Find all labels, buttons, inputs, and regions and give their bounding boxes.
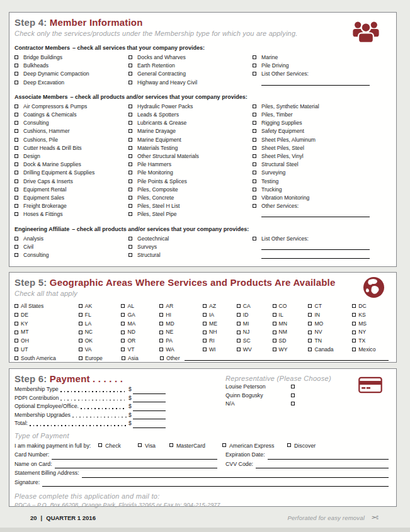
- checkbox-icon[interactable]: [128, 212, 132, 216]
- checkbox-icon[interactable]: [291, 393, 295, 397]
- checkbox-item[interactable]: Sheet Piles, Vinyl: [253, 152, 389, 161]
- state-checkbox-item[interactable]: South America: [14, 354, 79, 363]
- checkbox-item[interactable]: Structural: [128, 251, 253, 259]
- checkbox-item[interactable]: Pile Monitoring: [128, 169, 253, 177]
- checkbox-item[interactable]: Bridge Buildings: [14, 54, 128, 62]
- checkbox-item[interactable]: Analysis: [14, 235, 128, 243]
- checkbox-icon[interactable]: [253, 162, 256, 166]
- checkbox-icon[interactable]: [159, 304, 163, 308]
- checkbox-item[interactable]: Marine Drayage: [128, 127, 253, 135]
- checkbox-icon[interactable]: [14, 356, 18, 360]
- state-checkbox-item[interactable]: NJ: [237, 328, 273, 337]
- checkbox-icon[interactable]: [203, 339, 207, 342]
- state-checkbox-item[interactable]: CO: [273, 302, 309, 311]
- checkbox-icon[interactable]: [14, 237, 18, 241]
- checkbox-item[interactable]: Pile Hammers: [128, 161, 253, 169]
- checkbox-icon[interactable]: [14, 129, 18, 133]
- card-number-line[interactable]: [52, 453, 217, 460]
- checkbox-icon[interactable]: [352, 313, 356, 317]
- checkbox-item[interactable]: Cutter Heads & Drill Bits: [14, 144, 128, 152]
- state-checkbox-item[interactable]: DC: [352, 302, 389, 311]
- checkbox-icon[interactable]: [273, 313, 276, 317]
- checkbox-item[interactable]: List Other Services:: [253, 70, 389, 78]
- checkbox-item[interactable]: Piles, Concrete: [128, 194, 253, 202]
- checkbox-icon[interactable]: [203, 304, 207, 308]
- payment-method-option[interactable]: Visa: [138, 441, 169, 450]
- state-checkbox-item[interactable]: DE: [14, 311, 79, 320]
- checkbox-icon[interactable]: [273, 304, 276, 308]
- checkbox-item[interactable]: Pile Driving: [253, 62, 389, 70]
- checkbox-icon[interactable]: [128, 188, 132, 191]
- state-checkbox-item[interactable]: WY: [273, 346, 309, 354]
- representative-option[interactable]: Louise Peterson: [225, 383, 331, 392]
- checkbox-item[interactable]: Drilling Equipment & Supplies: [14, 169, 128, 177]
- checkbox-icon[interactable]: [308, 304, 312, 308]
- amount-line[interactable]: [133, 422, 166, 428]
- checkbox-icon[interactable]: [273, 348, 276, 351]
- expiration-date-line[interactable]: [268, 453, 389, 460]
- checkbox-icon[interactable]: [273, 322, 276, 325]
- state-checkbox-item[interactable]: MN: [273, 320, 309, 329]
- checkbox-icon[interactable]: [273, 339, 276, 342]
- name-on-card-line[interactable]: [55, 461, 217, 468]
- checkbox-icon[interactable]: [203, 348, 207, 351]
- state-checkbox-item[interactable]: NY: [352, 328, 389, 337]
- checkbox-icon[interactable]: [253, 138, 256, 142]
- checkbox-icon[interactable]: [14, 162, 18, 166]
- state-checkbox-item[interactable]: KS: [352, 311, 389, 320]
- state-checkbox-item[interactable]: PA: [159, 337, 203, 346]
- checkbox-icon[interactable]: [237, 304, 241, 308]
- checkbox-icon[interactable]: [253, 113, 256, 116]
- checkbox-item[interactable]: Hoses & Fittings: [14, 210, 128, 218]
- amount-line[interactable]: [133, 388, 166, 394]
- state-checkbox-item[interactable]: Mexico: [352, 346, 389, 354]
- checkbox-icon[interactable]: [253, 55, 256, 59]
- checkbox-item[interactable]: Drive Caps & Inserts: [14, 178, 128, 186]
- checkbox-icon[interactable]: [253, 129, 256, 133]
- checkbox-icon[interactable]: [79, 348, 83, 351]
- checkbox-icon[interactable]: [237, 331, 241, 334]
- state-checkbox-item[interactable]: OK: [79, 337, 122, 346]
- state-checkbox-item[interactable]: WI: [203, 346, 237, 354]
- checkbox-item[interactable]: Air Compressors & Pumps: [14, 103, 128, 111]
- checkbox-icon[interactable]: [128, 146, 132, 150]
- state-checkbox-item[interactable]: NE: [159, 328, 203, 337]
- checkbox-icon[interactable]: [237, 313, 241, 317]
- checkbox-icon[interactable]: [291, 402, 295, 405]
- state-checkbox-item[interactable]: Asia: [122, 354, 160, 363]
- checkbox-icon[interactable]: [14, 55, 18, 59]
- checkbox-item[interactable]: Piles, Timber: [253, 111, 389, 119]
- checkbox-icon[interactable]: [253, 64, 256, 67]
- state-checkbox-item[interactable]: NM: [273, 328, 309, 337]
- checkbox-icon[interactable]: [352, 331, 356, 334]
- checkbox-item[interactable]: Highway and Heavy Civil: [128, 79, 253, 87]
- checkbox-icon[interactable]: [253, 237, 256, 241]
- state-checkbox-item[interactable]: SD: [273, 337, 309, 346]
- state-checkbox-item[interactable]: AL: [121, 302, 159, 311]
- checkbox-icon[interactable]: [121, 313, 125, 317]
- checkbox-icon[interactable]: [79, 313, 83, 317]
- checkbox-item[interactable]: Testing: [253, 178, 389, 186]
- checkbox-item[interactable]: Trucking: [253, 186, 389, 194]
- state-checkbox-item[interactable]: IN: [308, 311, 352, 320]
- amount-line[interactable]: [133, 413, 166, 419]
- checkbox-icon[interactable]: [121, 348, 125, 351]
- checkbox-icon[interactable]: [14, 179, 18, 183]
- checkbox-icon[interactable]: [128, 171, 132, 174]
- checkbox-icon[interactable]: [121, 304, 125, 308]
- checkbox-item[interactable]: Hydraulic Power Packs: [128, 103, 253, 111]
- checkbox-item[interactable]: Consulting: [14, 251, 128, 259]
- checkbox-item[interactable]: List Other Services:: [253, 235, 389, 243]
- checkbox-item[interactable]: Surveys: [128, 243, 253, 251]
- checkbox-item[interactable]: Piles, Synthetic Material: [253, 103, 389, 111]
- state-checkbox-item[interactable]: CT: [308, 302, 352, 311]
- checkbox-item[interactable]: Piles, Steel Pipe: [128, 210, 253, 218]
- checkbox-icon[interactable]: [128, 245, 132, 249]
- checkbox-icon[interactable]: [98, 443, 102, 447]
- other-write-in-line[interactable]: [185, 354, 389, 361]
- checkbox-icon[interactable]: [287, 443, 291, 447]
- checkbox-icon[interactable]: [14, 81, 18, 84]
- checkbox-icon[interactable]: [121, 339, 125, 342]
- checkbox-icon[interactable]: [352, 348, 356, 351]
- state-checkbox-item[interactable]: NV: [308, 328, 352, 337]
